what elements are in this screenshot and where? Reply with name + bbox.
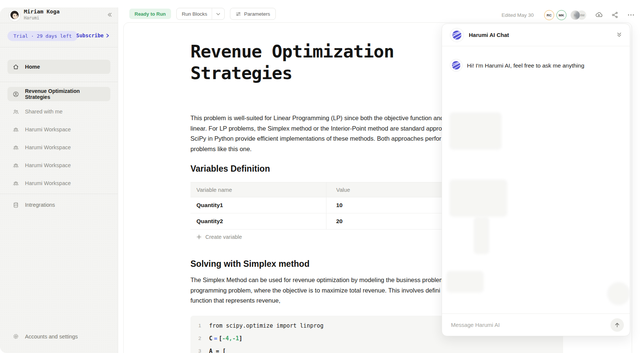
workspace-group-icon <box>13 180 19 187</box>
line-number: 1 <box>190 323 209 328</box>
blurred-content-placeholder <box>607 282 630 305</box>
more-options-icon[interactable] <box>627 11 635 19</box>
workspace-group-icon <box>13 126 19 133</box>
ai-chat-panel: Harumi AI Chat Hi! I'm Harumi AI, feel f… <box>442 24 630 336</box>
edited-timestamp: Edited May 30 <box>502 12 534 18</box>
double-chevron-down-icon[interactable] <box>616 32 622 38</box>
chat-message-text: Hi! I'm Harumi AI, feel free to ask me a… <box>467 59 584 69</box>
chevron-down-icon[interactable] <box>212 12 224 16</box>
trial-badge: Trial · 29 days left <box>7 31 78 41</box>
chat-message: Hi! I'm Harumi AI, feel free to ask me a… <box>442 59 630 71</box>
blurred-content-placeholder <box>449 179 507 217</box>
harumi-logo <box>450 28 464 42</box>
chevron-right-icon <box>105 34 110 38</box>
collaborator-avatars: RC MK M MM <box>544 10 587 20</box>
line-number: 2 <box>190 335 209 341</box>
toolbar-left: Ready to Run Run Blocks Parameters <box>129 8 276 20</box>
sidebar-item-home[interactable]: Home <box>7 60 110 74</box>
sidebar-collapse-icon[interactable] <box>106 12 113 19</box>
gear-icon <box>13 333 19 340</box>
workspace-group-icon <box>13 162 19 169</box>
sidebar-item-integrations[interactable]: Intregrations <box>7 199 110 211</box>
col-variable-name: Variable name <box>190 182 326 197</box>
blurred-content-placeholder <box>474 217 489 254</box>
chat-title: Harumi AI Chat <box>469 32 611 38</box>
toolbar-right: Edited May 30 RC MK M MM <box>502 7 635 22</box>
trial-banner: Trial · 29 days left Subscribe <box>0 23 118 47</box>
chat-header: Harumi AI Chat <box>442 24 630 46</box>
sidebar-item-shared[interactable]: Shared with me <box>7 106 110 118</box>
send-button[interactable] <box>610 318 624 332</box>
parameters-button[interactable]: Parameters <box>230 8 276 20</box>
sidebar-item-project[interactable]: Revenue Optimization Strategies <box>7 87 110 101</box>
blurred-content-placeholder <box>446 271 484 293</box>
database-icon <box>13 202 19 208</box>
plus-icon <box>196 234 202 240</box>
cloud-sync-icon[interactable] <box>595 11 603 19</box>
col-value: Value <box>326 187 350 193</box>
sidebar-user-header: Miriam Koga Harumi <box>0 7 118 23</box>
avatar-m[interactable]: M <box>570 10 580 20</box>
avatar-mk[interactable]: MK <box>556 10 566 20</box>
sidebar-item-workspace-3[interactable]: Harumi Workspace <box>7 159 110 171</box>
chat-input-bar <box>442 313 630 336</box>
project-icon <box>13 91 19 97</box>
sidebar-item-workspace-2[interactable]: Harumi Workspace <box>7 141 110 153</box>
sliders-icon <box>236 11 241 17</box>
chat-message-input[interactable] <box>451 322 610 328</box>
blurred-content-placeholder <box>449 112 502 150</box>
harumi-avatar <box>450 59 462 71</box>
sidebar-item-workspace-1[interactable]: Harumi Workspace <box>7 124 110 135</box>
user-avatar[interactable] <box>9 10 20 21</box>
sidebar: Miriam Koga Harumi Trial · 29 days left … <box>0 7 118 353</box>
code-line-3: 3 A = [ <box>190 345 563 353</box>
sidebar-item-workspace-4[interactable]: Harumi Workspace <box>7 177 110 189</box>
user-name: Miriam Koga <box>24 9 60 15</box>
ready-to-run-badge: Ready to Run <box>129 9 171 19</box>
share-icon[interactable] <box>611 11 619 19</box>
run-blocks-button[interactable]: Run Blocks <box>176 8 225 20</box>
subscribe-link[interactable]: Subscribe <box>76 32 110 38</box>
workspace-name: Harumi <box>24 15 40 21</box>
sidebar-item-accounts-settings[interactable]: Accounts and settings <box>7 333 83 340</box>
line-number: 3 <box>190 348 209 353</box>
workspace-group-icon <box>13 144 19 151</box>
shared-users-icon <box>13 109 19 115</box>
avatar-rc[interactable]: RC <box>544 10 554 20</box>
home-icon <box>13 64 19 70</box>
